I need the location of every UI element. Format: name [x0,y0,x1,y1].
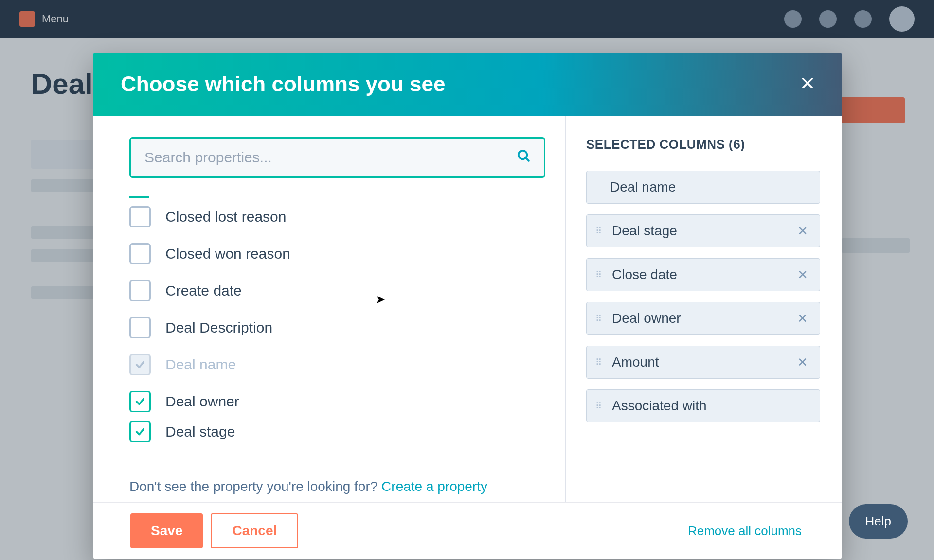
search-icon [517,149,531,167]
property-label: Closed lost reason [165,209,286,225]
create-property-link[interactable]: Create a property [381,479,487,494]
property-label: Deal owner [165,393,239,410]
property-option[interactable]: Closed won reason [129,235,545,272]
selected-column[interactable]: ⠿ Associated with [586,389,820,422]
property-option[interactable]: Deal Description [129,309,545,346]
remove-column-icon[interactable]: ✕ [797,355,808,370]
selected-column-label: Deal owner [612,311,681,326]
checkbox-icon[interactable] [129,421,151,442]
mouse-cursor-icon: ➤ [376,293,385,306]
property-label: Closed won reason [165,245,290,262]
svg-line-3 [526,158,529,160]
help-button[interactable]: Help [849,504,908,539]
property-label: Deal stage [165,423,235,440]
selected-column: Deal name [586,171,820,204]
selected-column-label: Amount [612,354,659,370]
close-icon[interactable] [801,74,814,94]
selected-columns-heading: SELECTED COLUMNS (6) [586,137,820,152]
drag-handle-icon[interactable]: ⠿ [595,317,602,320]
property-option[interactable]: Deal stage [129,420,545,443]
property-option[interactable]: Closed lost reason [129,198,545,235]
modal-header: Choose which columns you see [93,52,842,116]
selected-column-label: Associated with [612,398,707,414]
selected-column[interactable]: ⠿ Deal owner ✕ [586,302,820,335]
property-option[interactable]: Deal owner [129,383,545,420]
selected-column[interactable]: ⠿ Amount ✕ [586,346,820,379]
selected-column-label: Deal stage [612,223,677,239]
prev-item-peek [129,190,149,198]
property-list: Closed lost reason Closed won reason Cre… [129,190,545,465]
selected-column-label: Close date [612,267,677,282]
selected-column[interactable]: ⠿ Deal stage ✕ [586,214,820,247]
checkbox-icon[interactable] [129,206,151,228]
modal-title: Choose which columns you see [121,72,445,96]
checkbox-icon[interactable] [129,391,151,412]
selected-column[interactable]: ⠿ Close date ✕ [586,258,820,291]
checkbox-icon[interactable] [129,243,151,264]
remove-column-icon[interactable]: ✕ [797,224,808,239]
cancel-button[interactable]: Cancel [211,513,298,548]
drag-handle-icon[interactable]: ⠿ [595,404,602,407]
drag-handle-icon[interactable]: ⠿ [595,229,602,232]
selected-column-label: Deal name [610,179,676,195]
property-option: Deal name [129,346,545,383]
checkbox-icon[interactable] [129,280,151,301]
drag-handle-icon[interactable]: ⠿ [595,361,602,364]
save-button[interactable]: Save [130,513,203,548]
checkbox-icon[interactable] [129,317,151,338]
modal-footer: Save Cancel Remove all columns [93,502,842,559]
checkbox-icon [129,354,151,375]
property-option[interactable]: Create date [129,272,545,309]
remove-column-icon[interactable]: ✕ [797,267,808,282]
remove-column-icon[interactable]: ✕ [797,311,808,326]
remove-all-columns-button[interactable]: Remove all columns [685,523,805,539]
property-label: Deal name [165,356,236,373]
edit-columns-modal: Choose which columns you see Closed lost… [93,52,842,559]
property-label: Create date [165,282,242,299]
property-search[interactable] [129,137,545,178]
create-property-hint: Don't see the property you're looking fo… [129,465,545,502]
drag-handle-icon[interactable]: ⠿ [595,273,602,276]
search-input[interactable] [144,149,517,166]
property-label: Deal Description [165,319,272,336]
selected-columns-list: Deal name ⠿ Deal stage ✕ ⠿ Close date ✕ … [586,171,820,422]
